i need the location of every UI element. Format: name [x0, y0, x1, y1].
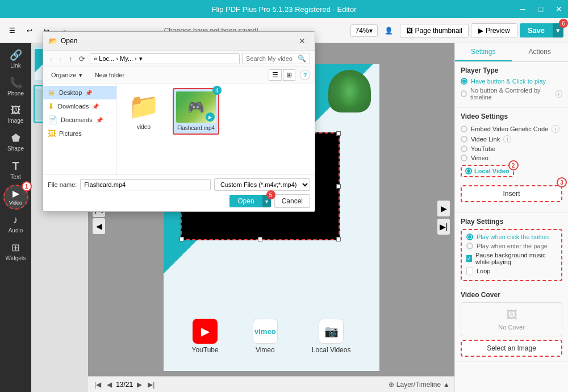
resize-handle-br[interactable] [336, 237, 341, 241]
loop-option[interactable]: Loop [466, 268, 557, 274]
view-details-button[interactable]: ☰ [269, 69, 282, 81]
canvas-right-nav: ▶ ▶| [437, 201, 450, 235]
flashcard-file-icon: 🎮 ▶ [176, 91, 216, 123]
select-image-button[interactable]: Select an Image [461, 340, 562, 357]
pause-bg-checkbox [466, 255, 472, 262]
embed-info-icon[interactable]: i [552, 125, 559, 133]
embed-genetic-option[interactable]: Embed Video Genetic Code i [461, 124, 562, 134]
dialog-bottom: File name: Custom Files (*.m4v;*.mp4) Op… [43, 174, 315, 211]
phone-icon: 📞 [10, 77, 22, 89]
dialog-refresh-button[interactable]: ⟳ [77, 53, 87, 64]
tab-actions[interactable]: Actions [512, 43, 569, 61]
resize-handle-tr[interactable] [336, 131, 341, 136]
sidebar-label-video: Video [9, 200, 22, 206]
search-icon: 🔍 [298, 55, 306, 62]
play-click-option[interactable]: Play when click the button [466, 233, 557, 240]
youtube-option-panel[interactable]: YouTube [461, 144, 562, 153]
preview-button[interactable]: ▶ Preview [471, 23, 517, 38]
dialog-sidebar-documents[interactable]: 📄 Documents 📌 [43, 113, 116, 127]
dialog-sidebar-downloads[interactable]: ⬇ Downloads 📌 [43, 99, 116, 113]
menu-button[interactable]: ☰ [5, 24, 20, 37]
resize-handle-bl[interactable] [179, 237, 184, 241]
prev-page-nav-button[interactable]: ◀ [105, 380, 114, 390]
sidebar-item-text[interactable]: T Text [2, 156, 30, 184]
file-type-select[interactable]: Custom Files (*.m4v;*.mp4) [214, 178, 310, 191]
zoom-button[interactable]: 74% ▾ [350, 24, 378, 37]
layer-timeline-button[interactable]: ⊕ Layer/Timeline ▲ [389, 381, 450, 389]
cancel-button[interactable]: Cancel [274, 194, 310, 208]
youtube-option[interactable]: ▶ YouTube [192, 319, 219, 354]
play-icon: ▶ [478, 27, 483, 35]
first-page-nav-button[interactable]: |◀ [93, 380, 103, 390]
resize-handle-r[interactable] [336, 184, 341, 189]
save-button[interactable]: Save [520, 23, 553, 37]
last-page-button[interactable]: ▶| [437, 219, 450, 235]
pause-bg-option[interactable]: Pause background music while playing [466, 252, 557, 265]
user-button[interactable]: 👤 [380, 24, 398, 37]
flashcard-badge: 4 [212, 86, 222, 95]
dialog-back-button[interactable]: ‹ [48, 53, 55, 64]
resize-handle-b[interactable] [258, 237, 262, 241]
shape-icon: ⬟ [11, 132, 20, 144]
dialog-title: Open [61, 37, 77, 45]
sidebar-item-link[interactable]: 🔗 Link [2, 45, 30, 72]
maximize-button[interactable]: □ [532, 0, 550, 18]
video-icon: ▶ [12, 188, 19, 199]
radio-have-button-dot [461, 78, 467, 85]
sidebar-item-widgets[interactable]: ⊞ Widgets [2, 238, 30, 265]
video-link-option[interactable]: Video Link i [461, 134, 562, 144]
sidebar-label-audio: Audio [9, 227, 23, 233]
radio-have-button[interactable]: Have button & Click to play [461, 78, 562, 85]
vimeo-option[interactable]: vimeo Vimeo [253, 319, 278, 354]
dialog-close-button[interactable]: ✕ [295, 35, 309, 47]
file-item-video[interactable]: 📁 video [122, 88, 166, 132]
sidebar-item-audio[interactable]: ♪ Audio [2, 211, 30, 237]
zoom-value: 74% [356, 27, 369, 35]
search-input[interactable] [246, 55, 298, 62]
player-type-section: Player Type Have button & Click to play … [455, 62, 568, 108]
dialog-sidebar-desktop[interactable]: 🖥 Desktop 📌 [43, 86, 116, 99]
next-page-button[interactable]: ▶ [437, 201, 450, 216]
radio-no-button[interactable]: No button & Controled by timeline i [461, 87, 562, 101]
undo-button[interactable]: ↩ [22, 24, 37, 37]
sidebar-item-image[interactable]: 🖼 Image [2, 101, 30, 127]
breadcrumb-path[interactable]: « Loc... › My... › ▾ [90, 53, 240, 64]
sidebar-item-shape[interactable]: ⬟ Shape [2, 128, 30, 155]
window-controls: ─ □ ✕ [513, 0, 568, 18]
video-link-info-icon[interactable]: i [503, 135, 511, 143]
dialog-up-button[interactable]: ↑ [66, 53, 75, 64]
play-enter-radio [466, 243, 473, 249]
local-video-option-panel[interactable]: Local Video 2 [461, 165, 514, 177]
new-folder-button[interactable]: New folder [90, 70, 130, 80]
dialog-forward-button[interactable]: › [57, 53, 64, 64]
radio-have-button-label: Have button & Click to play [471, 78, 546, 85]
youtube-label: YouTube [192, 346, 219, 354]
organize-button[interactable]: Organize ▾ [48, 70, 86, 80]
local-video-icon: 📷 [319, 319, 344, 344]
documents-folder-icon: 📄 [48, 115, 57, 124]
bottom-bar: |◀ ◀ 13/21 ▶ ▶| ⊕ Layer/Timeline ▲ [88, 376, 454, 392]
file-name-input[interactable] [80, 179, 211, 190]
sidebar-item-phone[interactable]: 📞 Phone [2, 73, 30, 100]
dialog-sidebar-pictures[interactable]: 🖼 Pictures [43, 127, 116, 140]
thumbnail-icon: 🖼 [406, 27, 413, 35]
sidebar-item-video[interactable]: ▶ Video 1 [3, 185, 28, 210]
tab-settings[interactable]: Settings [455, 43, 512, 61]
minimize-button[interactable]: ─ [513, 0, 532, 18]
insert-button[interactable]: Insert [461, 185, 562, 202]
page-thumbnail-button[interactable]: 🖼 Page thumbnail [400, 24, 469, 37]
help-button[interactable]: ? [300, 70, 310, 80]
prev-page-button[interactable]: ◀ [93, 218, 105, 234]
player-info-icon[interactable]: i [556, 90, 562, 98]
view-icons-button[interactable]: ⊞ [283, 69, 295, 81]
loop-label: Loop [477, 268, 490, 274]
video-link-radio [461, 136, 467, 143]
open-button[interactable]: Open [229, 195, 262, 207]
close-button[interactable]: ✕ [550, 0, 568, 18]
play-enter-option[interactable]: Play when enter the page [466, 243, 557, 249]
last-page-nav-button[interactable]: ▶| [146, 380, 156, 390]
local-video-option[interactable]: 📷 Local Videos [312, 319, 351, 354]
local-video-selected[interactable]: Local Video [461, 165, 514, 177]
file-item-flashcard[interactable]: 🎮 ▶ Flashcard.mp4 4 [173, 88, 219, 135]
next-page-nav-button[interactable]: ▶ [135, 380, 144, 390]
